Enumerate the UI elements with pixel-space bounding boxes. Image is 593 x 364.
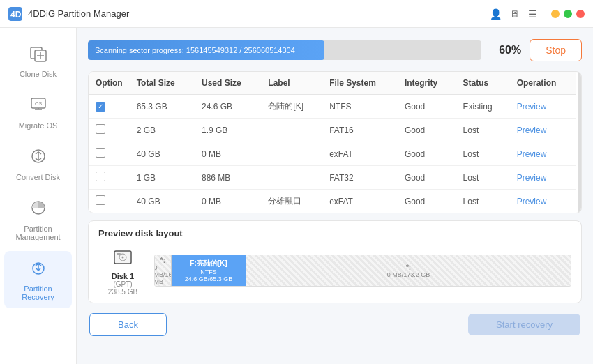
window-controls: 👤 🖥 ☰ [490,8,585,20]
row-total-size: 1 GB [130,166,195,190]
preview-link[interactable]: Preview [517,102,547,112]
col-operation: Operation [510,72,576,95]
row-file-system: FAT16 [322,119,398,142]
disk-type: (GPT) [113,280,132,288]
back-button[interactable]: Back [89,313,167,336]
svg-text:OS: OS [35,101,42,106]
row-status: Lost [456,119,510,142]
seg-bottom-label: 0 MB/16 MB [155,264,172,285]
progress-percent: 60% [490,44,521,56]
user-icon[interactable]: 👤 [490,8,502,20]
row-checkbox-cell[interactable]: ✓ [89,95,130,119]
partition-segment-1: F:亮陆的[K]NTFS24.6 GB/65.3 GB [172,255,246,286]
scrollbar[interactable] [578,72,581,213]
start-recovery-button[interactable]: Start recovery [468,314,580,335]
row-integrity: Good [398,119,456,142]
row-checkbox-cell[interactable] [89,166,130,190]
table-row: 40 GB 0 MB 分雄融口 exFAT Good Lost Preview [89,190,576,213]
row-used-size: 886 MB [195,166,261,190]
preview-link[interactable]: Preview [517,149,547,159]
seg-label: F:亮陆的[K] [190,259,227,268]
preview-link[interactable]: Preview [517,126,547,135]
disk-size: 238.5 GB [108,288,137,296]
row-used-size: 0 MB [195,190,261,213]
minimize-button[interactable] [551,10,560,18]
disk-partitions: *:0 MB/16 MBF:亮陆的[K]NTFS24.6 GB/65.3 GB*… [154,255,571,287]
clone-disk-icon [29,43,48,67]
col-option: Option [89,72,130,95]
row-file-system: exFAT [322,142,398,166]
row-checkbox-cell[interactable] [89,142,130,166]
sidebar-item-convert-disk[interactable]: Convert Disk [4,139,72,188]
col-label: Label [261,72,322,95]
col-integrity: Integrity [398,72,456,95]
row-total-size: 40 GB [130,142,195,166]
seg-bottom-label: 0 MB/173.2 GB [387,271,430,278]
partition-segment-0: *:0 MB/16 MB [155,255,172,286]
row-label [261,119,322,142]
row-operation[interactable]: Preview [510,142,576,166]
row-used-size: 1.9 GB [195,119,261,142]
row-operation[interactable]: Preview [510,190,576,213]
sidebar-item-clone-disk[interactable]: Clone Disk [4,36,72,85]
partition-table: Option Total Size Used Size Label File S… [89,72,576,213]
disk-icon [112,245,133,271]
row-status: Lost [456,142,510,166]
partition-mgmt-icon [29,198,48,222]
svg-rect-18 [117,253,121,255]
row-checkbox-cell[interactable] [89,119,130,142]
preview-title: Preview disk layout [98,228,571,238]
monitor-icon[interactable]: 🖥 [510,8,520,20]
row-operation[interactable]: Preview [510,119,576,142]
row-file-system: FAT32 [322,166,398,190]
row-label: 亮陆的[K] [261,95,322,119]
row-total-size: 40 GB [130,190,195,213]
row-checkbox[interactable] [96,124,105,134]
col-file-system: File System [322,72,398,95]
app-logo: 4D [8,7,22,21]
seg-size: 24.6 GB/65.3 GB [185,275,233,282]
row-checkbox[interactable] [96,148,105,158]
row-file-system: NTFS [322,95,398,119]
partition-table-container: Option Total Size Used Size Label File S… [88,71,582,213]
row-file-system: exFAT [322,190,398,213]
preview-link[interactable]: Preview [517,197,547,206]
sidebar-item-migrate-os[interactable]: OS Migrate OS [4,88,72,137]
sidebar-label-partition-recovery: Partition Recovery [10,285,66,301]
row-used-size: 0 MB [195,142,261,166]
row-total-size: 2 GB [130,119,195,142]
sidebar-item-partition-recovery[interactable]: Partition Recovery [4,251,72,308]
row-checkbox[interactable] [96,195,105,205]
convert-disk-icon [29,146,48,170]
row-used-size: 24.6 GB [195,95,261,119]
sidebar-item-partition-management[interactable]: Partition Management [4,191,72,248]
title-bar: 4D 4DDiG Partition Manager 👤 🖥 ☰ [0,0,593,28]
footer: Back Start recovery [88,313,582,336]
sidebar-label-clone-disk: Clone Disk [20,70,57,78]
preview-link[interactable]: Preview [517,173,547,183]
row-status: Lost [456,166,510,190]
maximize-button[interactable] [564,10,572,18]
table-row: 1 GB 886 MB FAT32 Good Lost Preview [89,166,576,190]
stop-button[interactable]: Stop [530,39,582,61]
progress-row: Scanning sector progress: 156145549312 /… [88,39,582,61]
row-integrity: Good [398,166,456,190]
row-status: Lost [456,190,510,213]
row-integrity: Good [398,142,456,166]
row-checkbox[interactable] [96,172,105,181]
row-checkbox[interactable]: ✓ [96,102,105,112]
disk-info: Disk 1 (GPT) 238.5 GB [98,245,147,296]
table-wrapper: Option Total Size Used Size Label File S… [89,72,581,213]
close-button[interactable] [576,10,585,18]
menu-icon[interactable]: ☰ [528,8,537,20]
row-checkbox-cell[interactable] [89,190,130,213]
row-label [261,142,322,166]
row-status: Existing [456,95,510,119]
partition-segment-2: *:0 MB/173.2 GB [246,255,571,286]
row-operation[interactable]: Preview [510,166,576,190]
row-label: 分雄融口 [261,190,322,213]
progress-bar-container: Scanning sector progress: 156145549312 /… [88,40,481,60]
progress-scan-text: Scanning sector progress: 156145549312 /… [95,46,295,54]
row-operation[interactable]: Preview [510,95,576,119]
col-status: Status [456,72,510,95]
